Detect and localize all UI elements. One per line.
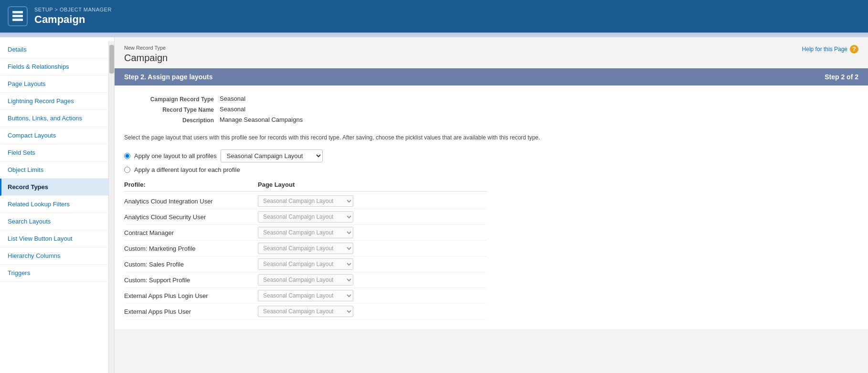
profile-layout-select[interactable]: Seasonal Campaign Layout [258,274,353,286]
svg-rect-1 [12,15,23,17]
sidebar-item-related-lookup-filters[interactable]: Related Lookup Filters [0,196,108,213]
table-row: Custom: Marketing Profile Seasonal Campa… [124,241,487,256]
profile-layout-select[interactable]: Seasonal Campaign Layout [258,211,353,223]
col-layout-header: Page Layout [258,181,487,188]
table-row: Analytics Cloud Integration User Seasona… [124,193,487,209]
radio-diff-layout[interactable] [124,167,130,173]
app-logo [8,6,28,26]
table-row: External Apps Plus User Seasonal Campaig… [124,304,487,320]
sidebar-item-list-view-button-layout[interactable]: List View Button Layout [0,230,108,247]
sidebar-item-compact-layouts[interactable]: Compact Layouts [0,127,108,144]
sidebar-item-lightning-record-pages[interactable]: Lightning Record Pages [0,93,108,110]
info-text: Select the page layout that users with t… [124,133,858,142]
table-row: Custom: Sales Profile Seasonal Campaign … [124,256,487,272]
page-header-left: New Record Type Campaign [124,45,168,64]
radio-row-all-profiles: Apply one layout to all profiles Seasona… [124,149,858,162]
profile-table: Profile: Page Layout Analytics Cloud Int… [124,181,487,320]
record-info: Campaign Record Type Seasonal Record Typ… [124,95,858,124]
profile-layout-select[interactable]: Seasonal Campaign Layout [258,258,353,270]
record-row-description: Description Manage Seasonal Campaigns [124,116,858,124]
profile-name: Custom: Sales Profile [124,261,258,268]
profile-layout-select[interactable]: Seasonal Campaign Layout [258,227,353,238]
step-label: Step 2. Assign page layouts [124,73,212,81]
profile-layout-select[interactable]: Seasonal Campaign Layout [258,306,353,317]
profile-name: Custom: Marketing Profile [124,245,258,252]
description-label: Description [124,116,220,124]
profile-layout-wrap: Seasonal Campaign Layout [258,290,487,301]
profile-layout-wrap: Seasonal Campaign Layout [258,306,487,317]
sidebar-scrollbar [108,41,114,373]
layout-options: Apply one layout to all profiles Seasona… [124,149,858,173]
radio-all-profiles-label[interactable]: Apply one layout to all profiles [134,152,217,160]
profile-name: Contract Manager [124,229,258,236]
sidebar-item-object-limits[interactable]: Object Limits [0,161,108,179]
page-label: New Record Type [124,45,168,51]
deco-bar [0,32,868,37]
profile-layout-wrap: Seasonal Campaign Layout [258,258,487,270]
sidebar-item-details[interactable]: Details [0,41,108,58]
main-container: Details Fields & Relationships Page Layo… [0,37,868,373]
content-area: New Record Type Campaign Help for this P… [115,37,868,373]
page-title-main: Campaign [124,53,168,64]
description-value: Manage Seasonal Campaigns [220,116,303,124]
profile-layout-select[interactable]: Seasonal Campaign Layout [258,290,353,301]
header-title: Campaign [34,13,112,26]
breadcrumb: SETUP > OBJECT MANAGER [34,7,112,12]
help-link-text: Help for this Page [802,46,847,53]
table-row: Contract Manager Seasonal Campaign Layou… [124,225,487,241]
sidebar-item-hierarchy-columns[interactable]: Hierarchy Columns [0,247,108,265]
profile-layout-wrap: Seasonal Campaign Layout [258,243,487,254]
profile-layout-wrap: Seasonal Campaign Layout [258,227,487,238]
sidebar-item-buttons-links-actions[interactable]: Buttons, Links, and Actions [0,110,108,127]
sidebar-scrollbar-thumb [109,45,114,74]
profile-name: Analytics Cloud Integration User [124,198,258,205]
profile-layout-wrap: Seasonal Campaign Layout [258,274,487,286]
record-row-name: Record Type Name Seasonal [124,106,858,113]
sidebar-item-field-sets[interactable]: Field Sets [0,144,108,161]
table-row: External Apps Plus Login User Seasonal C… [124,288,487,304]
form-area: Campaign Record Type Seasonal Record Typ… [115,85,868,329]
help-link[interactable]: Help for this Page ? [802,45,858,53]
campaign-record-type-value: Seasonal [220,95,245,103]
profile-name: Custom: Support Profile [124,277,258,284]
campaign-record-type-label: Campaign Record Type [124,95,220,103]
profile-name: External Apps Plus User [124,308,258,315]
radio-diff-layout-label[interactable]: Apply a different layout for each profil… [134,166,240,173]
layout-dropdown[interactable]: Seasonal Campaign Layout Campaign Layout… [221,149,323,162]
sidebar-item-search-layouts[interactable]: Search Layouts [0,213,108,230]
sidebar-scroll-area: Details Fields & Relationships Page Layo… [0,41,114,373]
svg-rect-2 [12,19,23,21]
sidebar-item-triggers[interactable]: Triggers [0,265,108,282]
table-row: Custom: Support Profile Seasonal Campaig… [124,272,487,288]
profile-name: External Apps Plus Login User [124,292,258,299]
svg-rect-0 [12,11,23,13]
header-text-group: SETUP > OBJECT MANAGER Campaign [34,7,112,26]
help-icon: ? [850,45,858,53]
record-type-name-label: Record Type Name [124,106,220,113]
app-header: SETUP > OBJECT MANAGER Campaign [0,0,868,32]
profile-layout-wrap: Seasonal Campaign Layout [258,211,487,223]
step-bar: Step 2. Assign page layouts Step 2 of 2 [115,68,868,85]
profile-table-header: Profile: Page Layout [124,181,487,192]
sidebar-item-record-types[interactable]: Record Types [0,179,108,196]
page-header: New Record Type Campaign Help for this P… [115,37,868,68]
col-profile-header: Profile: [124,181,258,188]
table-row: Analytics Cloud Security User Seasonal C… [124,209,487,225]
radio-all-profiles[interactable] [124,153,130,159]
sidebar: Details Fields & Relationships Page Layo… [0,37,115,373]
sidebar-item-fields-relationships[interactable]: Fields & Relationships [0,58,108,75]
profile-name: Analytics Cloud Security User [124,213,258,221]
profile-layout-wrap: Seasonal Campaign Layout [258,195,487,207]
profile-layout-select[interactable]: Seasonal Campaign Layout [258,243,353,254]
record-row-type: Campaign Record Type Seasonal [124,95,858,103]
record-type-name-value: Seasonal [220,106,245,113]
sidebar-list: Details Fields & Relationships Page Layo… [0,41,108,373]
step-indicator: Step 2 of 2 [825,73,858,81]
profile-layout-select[interactable]: Seasonal Campaign Layout [258,195,353,207]
sidebar-item-page-layouts[interactable]: Page Layouts [0,75,108,93]
radio-row-diff-layout: Apply a different layout for each profil… [124,166,858,173]
